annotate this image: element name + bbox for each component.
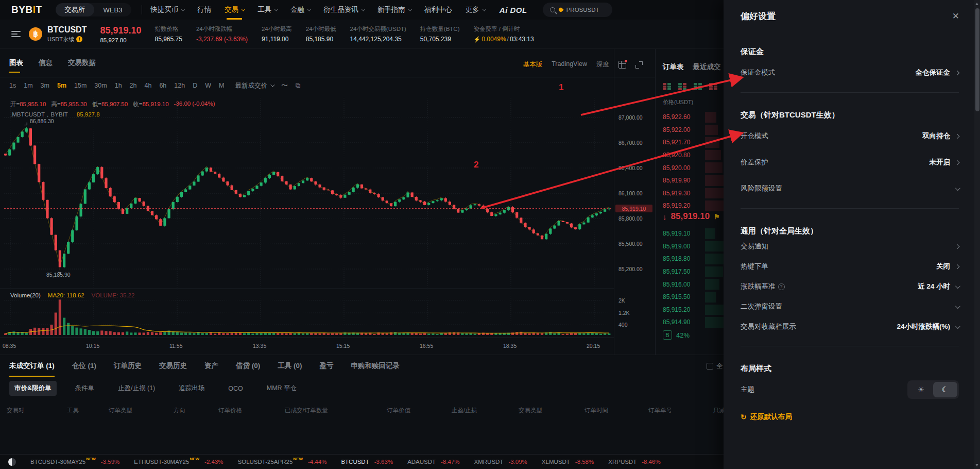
orderbook-mode-icon-2[interactable] xyxy=(694,83,702,90)
orders-tab-4[interactable]: 资产 xyxy=(204,355,218,377)
bid-price: 85,919.00 xyxy=(663,243,704,250)
settings-row-2-4[interactable]: 交易对收藏栏展示24小时涨跌幅(%) xyxy=(741,317,959,337)
theme-toggle[interactable]: ☀☾ xyxy=(907,380,959,399)
settings-row-3-0[interactable]: 主题☀☾ xyxy=(741,379,959,400)
search-box[interactable]: PROSUSDT xyxy=(543,3,612,17)
time-axis[interactable]: 08:3510:1511:5513:3515:1516:5518:3520:15 xyxy=(0,338,614,355)
tab-web3[interactable]: WEB3 xyxy=(94,3,132,16)
arrow-down-icon: ↓ xyxy=(663,212,667,221)
nav-item-8[interactable]: 更多 xyxy=(466,0,485,20)
nav-item-6[interactable]: 新手指南 xyxy=(377,0,411,20)
stat-value: 85,185.90 xyxy=(306,36,336,43)
ticker-item-7[interactable]: XRPUSDT-8.46% xyxy=(608,459,660,465)
orders-tab-8[interactable]: 申购和赎回记录 xyxy=(351,355,400,377)
ticker-item-0[interactable]: BTCUSDT-30MAY25NEW-3.59% xyxy=(30,459,119,465)
settings-value-text: 双向持仓 xyxy=(922,131,950,141)
preferences-panel: 偏好设置 ✕ 保证金保证金模式全仓保证金交易（针对BTCUSDT生效）开仓模式双… xyxy=(724,0,980,469)
nav-item-0[interactable]: 快捷买币 xyxy=(150,0,184,20)
table-column-header: 止盈/止损 xyxy=(452,407,477,414)
checkbox-icon[interactable] xyxy=(707,363,713,370)
mode-col xyxy=(698,83,702,90)
nav-item-3[interactable]: 工具 xyxy=(257,0,277,20)
chevron-down-icon xyxy=(482,7,486,11)
scroll-down-icon[interactable] xyxy=(975,464,978,466)
help-icon[interactable]: ? xyxy=(778,283,785,290)
funding-stat: 资金费率 / 倒计时 ⚡ 0.0049% / 03:43:13 xyxy=(474,25,534,43)
bar xyxy=(709,88,713,90)
orders-tab-0[interactable]: 未成交订单 (1) xyxy=(9,355,55,377)
aidol-logo[interactable]: Ai DOL xyxy=(500,6,527,14)
orders-tab-6[interactable]: 工具 (0) xyxy=(278,355,302,377)
nav-item-2[interactable]: 交易 xyxy=(225,0,244,20)
flag-icon[interactable]: ⚑ xyxy=(714,213,720,221)
settings-row-2-1[interactable]: 热键下单关闭 xyxy=(741,257,959,276)
scroll-up-icon[interactable] xyxy=(975,3,978,5)
price-axis[interactable]: 85,919.10 87,000.0086,700.0086,400.0086,… xyxy=(614,49,655,355)
settings-row-1-0[interactable]: 开仓模式双向持仓 xyxy=(741,126,959,146)
orderbook-mode-icon-3[interactable] xyxy=(709,83,717,90)
order-subtab-0[interactable]: 市价&限价单 xyxy=(9,381,57,396)
orderbook-tab-1[interactable]: 最近成交 xyxy=(693,62,721,72)
orderbook-mode-icon-1[interactable] xyxy=(678,83,686,90)
orders-tab-5[interactable]: 借贷 (0) xyxy=(236,355,260,377)
ticker-item-5[interactable]: XMRUSDT-3.09% xyxy=(474,459,527,465)
settings-label-text: 交易通知 xyxy=(741,242,768,251)
nav-item-label: 衍生品资讯 xyxy=(323,5,358,14)
volume-tick: 2K xyxy=(618,297,625,304)
order-subtab-4[interactable]: OCO xyxy=(223,382,248,395)
buy-badge: B xyxy=(663,330,672,340)
theme-dark-button[interactable]: ☾ xyxy=(933,382,957,397)
nav-item-5[interactable]: 衍生品资讯 xyxy=(323,0,364,20)
ticker-icon[interactable] xyxy=(8,458,16,466)
theme-light-button[interactable]: ☀ xyxy=(909,382,933,397)
orders-tab-2[interactable]: 订单历史 xyxy=(114,355,142,377)
nav-item-7[interactable]: 福利中心 xyxy=(424,0,452,20)
chevron-down-icon xyxy=(242,7,246,11)
scrollbar[interactable] xyxy=(974,0,980,469)
settings-row-2-3[interactable]: 二次弹窗设置 xyxy=(741,297,959,316)
bid-price: 85,915.20 xyxy=(663,306,704,313)
settings-row-1-2[interactable]: 风险限额设置 xyxy=(741,178,959,199)
close-icon[interactable]: ✕ xyxy=(952,12,959,21)
orders-tab-3[interactable]: 交易历史 xyxy=(159,355,187,377)
order-subtab-3[interactable]: 追踪出场 xyxy=(174,381,210,396)
bybit-logo[interactable]: BYBIT xyxy=(11,4,42,15)
chevron-down-icon xyxy=(181,7,185,11)
nav-item-1[interactable]: 行情 xyxy=(197,0,211,20)
settings-row-0-0[interactable]: 保证金模式全仓保证金 xyxy=(741,62,959,83)
symbol-list-icon[interactable] xyxy=(11,31,21,37)
reset-layout-button[interactable]: ↻还原默认布局 xyxy=(741,412,959,422)
select-all[interactable]: 全 xyxy=(707,362,723,371)
ticker-item-3[interactable]: BTCUSDT-3.63% xyxy=(341,459,393,465)
order-subtab-5[interactable]: MMR 平仓 xyxy=(262,381,302,396)
nav-item-4[interactable]: 金融 xyxy=(290,0,310,20)
settings-row-2-2[interactable]: 涨跌幅基准?近 24 小时 xyxy=(741,277,959,296)
orders-tab-1[interactable]: 仓位 (1) xyxy=(72,355,96,377)
chevron-down-icon xyxy=(408,7,412,11)
order-subtab-1[interactable]: 条件单 xyxy=(70,381,100,396)
orderbook-tab-0[interactable]: 订单表 xyxy=(663,62,684,72)
ticker-item-1[interactable]: ETHUSDT-30MAY25NEW-2.43% xyxy=(134,459,223,465)
orders-tab-7[interactable]: 盈亏 xyxy=(320,355,334,377)
info-icon[interactable]: i xyxy=(76,36,82,42)
ticker-item-2[interactable]: SOLUSDT-25APR25NEW-4.44% xyxy=(238,459,327,465)
tab-exchange[interactable]: 交易所 xyxy=(56,3,94,16)
stat-label: 24小时交易额(USDT) xyxy=(350,25,406,33)
ohlc-key: 收= xyxy=(133,101,142,107)
bybit-trading-app: BYBIT 交易所 WEB3 快捷买币行情交易工具金融衍生品资讯新手指南福利中心… xyxy=(0,0,980,469)
btc-coin-icon: ฿ xyxy=(29,27,42,41)
bar xyxy=(709,83,713,85)
settings-label-text: 二次弹窗设置 xyxy=(741,302,782,311)
mode-col xyxy=(663,83,666,90)
orderbook-mid-price[interactable]: ↓ 85,919.10 ⚑ xyxy=(663,211,720,222)
orderbook-mode-icon-0[interactable] xyxy=(663,83,671,90)
symbol-block[interactable]: BTCUSDT USDT永续i xyxy=(47,25,87,43)
scrollbar-thumb[interactable] xyxy=(975,8,979,111)
stat-label: 24小时最低 xyxy=(306,25,336,33)
order-subtab-2[interactable]: 止盈/止损 (1) xyxy=(113,381,160,396)
settings-row-1-1[interactable]: 价差保护未开启 xyxy=(741,152,959,173)
ticker-item-4[interactable]: ADAUSDT-8.47% xyxy=(407,459,459,465)
candlestick-chart[interactable] xyxy=(0,49,655,355)
settings-row-2-0[interactable]: 交易通知 xyxy=(741,237,959,256)
ticker-item-6[interactable]: XLMUSDT-8.58% xyxy=(542,459,594,465)
